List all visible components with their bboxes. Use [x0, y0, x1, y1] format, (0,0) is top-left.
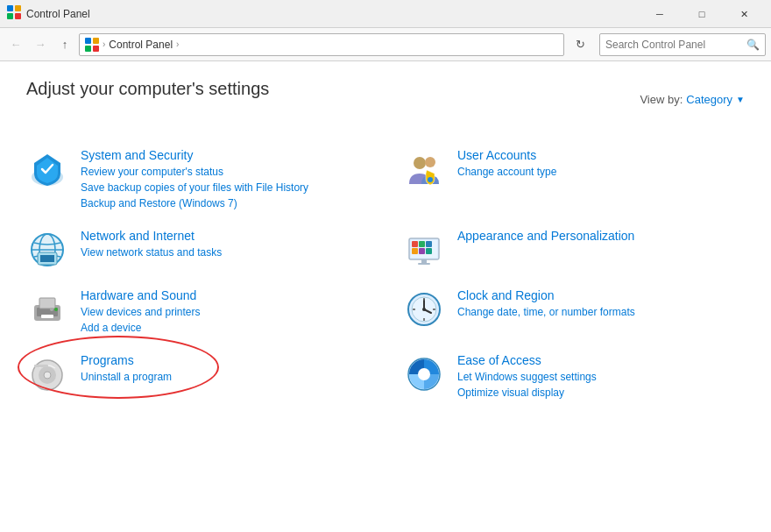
system-security-link-2[interactable]: Save backup copies of your files with Fi…: [81, 180, 368, 195]
network-internet-icon: [26, 229, 68, 271]
svg-point-11: [428, 177, 433, 182]
user-accounts-icon: [403, 148, 445, 190]
appearance-title[interactable]: Appearance and Personalization: [457, 229, 745, 243]
titlebar-icon: [7, 5, 21, 22]
svg-point-48: [418, 368, 430, 380]
system-security-icon: [26, 148, 68, 190]
refresh-button[interactable]: ↻: [569, 34, 591, 55]
ease-of-access-icon: [403, 353, 445, 395]
clock-region-title[interactable]: Clock and Region: [457, 288, 745, 302]
hardware-sound-link-2[interactable]: Add a device: [81, 320, 368, 336]
close-button[interactable]: [724, 0, 764, 28]
categories-grid: System and Security Review your computer…: [26, 139, 745, 409]
category-user-accounts: User Accounts Change account type: [403, 139, 745, 220]
svg-point-33: [50, 308, 53, 311]
svg-rect-46: [34, 365, 48, 367]
maximize-icon: [699, 8, 705, 20]
category-programs: Programs Uninstall a program: [26, 344, 368, 409]
title-bar: Control Panel: [0, 0, 771, 28]
viewby-chevron-icon[interactable]: ▼: [736, 95, 745, 104]
svg-rect-26: [421, 259, 427, 263]
category-system-security: System and Security Review your computer…: [26, 139, 368, 220]
search-input[interactable]: [605, 39, 746, 51]
network-internet-title[interactable]: Network and Internet: [81, 229, 368, 243]
address-bar: ← → ↑ › Control Panel › ↻ 🔍: [0, 28, 771, 61]
user-accounts-text: User Accounts Change account type: [457, 148, 745, 180]
address-icon: [85, 38, 99, 52]
svg-rect-7: [93, 46, 99, 52]
system-security-title[interactable]: System and Security: [81, 148, 368, 162]
content-area: Adjust your computer's settings View by:…: [0, 61, 771, 427]
svg-rect-4: [85, 38, 91, 44]
svg-rect-23: [412, 248, 418, 254]
user-accounts-title[interactable]: User Accounts: [457, 148, 745, 162]
svg-rect-17: [40, 255, 54, 262]
svg-point-9: [414, 157, 426, 169]
svg-rect-21: [419, 241, 425, 247]
system-security-link-1[interactable]: Review your computer's status: [81, 164, 368, 180]
viewby-value[interactable]: Category: [686, 93, 732, 106]
up-button[interactable]: ↑: [54, 34, 75, 55]
titlebar-title: Control Panel: [26, 8, 640, 20]
hardware-sound-text: Hardware and Sound View devices and prin…: [81, 288, 368, 336]
svg-point-32: [54, 308, 58, 311]
svg-point-38: [422, 308, 426, 311]
svg-rect-20: [412, 241, 418, 247]
svg-rect-24: [419, 248, 425, 254]
address-chevron-1: ›: [103, 39, 105, 49]
address-path-text: Control Panel: [109, 39, 173, 51]
hardware-sound-link-1[interactable]: View devices and printers: [81, 304, 368, 320]
titlebar-controls: [640, 0, 764, 28]
clock-region-link-1[interactable]: Change date, time, or number formats: [457, 304, 745, 320]
ease-of-access-title[interactable]: Ease of Access: [457, 353, 745, 367]
svg-rect-22: [426, 241, 432, 247]
programs-link-1[interactable]: Uninstall a program: [81, 369, 368, 385]
address-bar-input[interactable]: › Control Panel ›: [79, 33, 564, 56]
svg-rect-31: [41, 315, 53, 318]
category-network-internet: Network and Internet View network status…: [26, 220, 368, 280]
category-ease-of-access: Ease of Access Let Windows suggest setti…: [403, 344, 745, 409]
system-security-link-3[interactable]: Backup and Restore (Windows 7): [81, 195, 368, 211]
network-internet-link-1[interactable]: View network status and tasks: [81, 245, 368, 260]
clock-region-text: Clock and Region Change date, time, or n…: [457, 288, 745, 320]
programs-text: Programs Uninstall a program: [81, 353, 368, 385]
user-accounts-link-1[interactable]: Change account type: [457, 164, 745, 180]
category-hardware-sound: Hardware and Sound View devices and prin…: [26, 280, 368, 344]
svg-rect-1: [15, 5, 21, 11]
svg-rect-2: [7, 13, 13, 19]
svg-rect-0: [7, 5, 13, 11]
back-button[interactable]: ←: [5, 34, 26, 55]
hardware-sound-title[interactable]: Hardware and Sound: [81, 288, 368, 302]
system-security-text: System and Security Review your computer…: [81, 148, 368, 211]
viewby-label: View by:: [640, 93, 683, 106]
minimize-button[interactable]: [640, 0, 680, 28]
page-title: Adjust your computer's settings: [26, 79, 269, 99]
address-chevron-2: ›: [176, 39, 179, 49]
svg-rect-30: [39, 298, 55, 309]
search-box[interactable]: 🔍: [599, 33, 766, 56]
svg-rect-3: [15, 13, 21, 19]
ease-of-access-text: Ease of Access Let Windows suggest setti…: [457, 353, 745, 401]
ease-of-access-link-2[interactable]: Optimize visual display: [457, 385, 745, 401]
network-internet-text: Network and Internet View network status…: [81, 229, 368, 260]
svg-rect-25: [426, 248, 432, 254]
category-clock-region: Clock and Region Change date, time, or n…: [403, 280, 745, 344]
programs-icon: [26, 353, 68, 395]
svg-rect-27: [418, 263, 430, 265]
appearance-icon: [403, 229, 445, 271]
svg-point-45: [44, 372, 51, 379]
svg-rect-5: [93, 38, 99, 44]
svg-point-10: [425, 157, 435, 167]
view-by: View by: Category ▼: [640, 93, 745, 106]
category-appearance: Appearance and Personalization: [403, 220, 745, 280]
maximize-button[interactable]: [682, 0, 722, 28]
close-icon: [740, 8, 748, 20]
forward-button[interactable]: →: [30, 34, 51, 55]
programs-title[interactable]: Programs: [81, 353, 368, 367]
search-icon[interactable]: 🔍: [746, 39, 760, 51]
appearance-text: Appearance and Personalization: [457, 229, 745, 245]
hardware-sound-icon: [26, 288, 68, 330]
clock-region-icon: [403, 288, 445, 330]
ease-of-access-link-1[interactable]: Let Windows suggest settings: [457, 369, 745, 385]
svg-rect-6: [85, 46, 91, 52]
